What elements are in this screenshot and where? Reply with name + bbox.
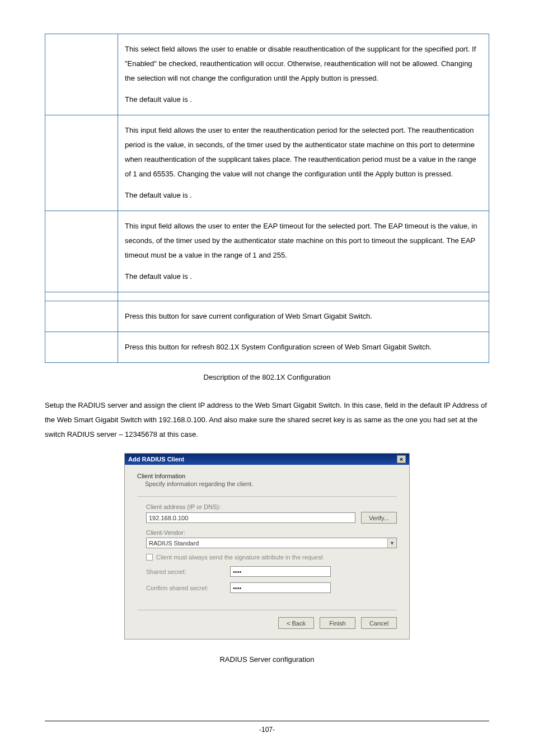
dialog-subheading: Specify information regarding the client… (145, 480, 397, 487)
dialog-heading: Client Information (137, 473, 397, 479)
page-number: -107- (259, 726, 275, 734)
desc-text: This input field allows the user to ente… (125, 123, 482, 181)
dialog-footer: < Back Finish Cancel (137, 610, 397, 629)
figure-caption: RADIUS Server configuration (45, 655, 489, 664)
signature-checkbox-row[interactable]: Client must always send the signature at… (146, 554, 397, 561)
row-label (45, 34, 118, 115)
config-table: This select field allows the user to ena… (45, 34, 489, 363)
close-icon[interactable]: × (397, 455, 406, 463)
dialog-titlebar: Add RADIUS Client × (125, 454, 409, 465)
row-label (45, 332, 118, 363)
checkbox-label: Client must always send the signature at… (156, 554, 323, 561)
cancel-button[interactable]: Cancel (361, 617, 397, 629)
row-desc: Press this button for save current confi… (118, 301, 489, 332)
row-label (45, 211, 118, 292)
client-vendor-label: Client-Vendor: (146, 529, 397, 536)
dialog-title-text: Add RADIUS Client (128, 456, 184, 463)
row-desc: This select field allows the user to ena… (118, 34, 489, 115)
row-desc: This input field allows the user to ente… (118, 211, 489, 292)
checkbox-icon[interactable] (146, 554, 153, 561)
finish-button[interactable]: Finish (320, 617, 355, 629)
table-caption: Description of the 802.1X Configuration (45, 373, 489, 381)
spacer-cell (118, 292, 489, 301)
confirm-secret-input[interactable] (230, 582, 331, 593)
add-radius-client-dialog: Add RADIUS Client × Client Information S… (124, 453, 410, 640)
verify-button[interactable]: Verify... (361, 512, 397, 524)
client-address-input[interactable] (146, 512, 355, 523)
default-text: The default value is . (125, 269, 482, 284)
row-label (45, 115, 118, 211)
row-desc: Press this button for refresh 802.1X Sys… (118, 332, 489, 363)
chevron-down-icon: ▼ (387, 538, 396, 548)
spacer-cell (45, 292, 118, 301)
client-vendor-value: RADIUS Standard (147, 540, 387, 547)
shared-secret-label: Shared secret: (146, 568, 230, 575)
shared-secret-input[interactable] (230, 566, 331, 577)
back-button[interactable]: < Back (278, 617, 314, 629)
page-footer: -107- (45, 721, 489, 734)
row-label (45, 301, 118, 332)
body-paragraph: Setup the RADIUS server and assign the c… (45, 398, 489, 442)
default-text: The default value is . (125, 92, 482, 107)
desc-text: This input field allows the user to ente… (125, 219, 482, 263)
client-vendor-select[interactable]: RADIUS Standard ▼ (146, 538, 397, 548)
desc-text: This select field allows the user to ena… (125, 42, 482, 86)
confirm-secret-label: Confirm shared secret: (146, 585, 230, 591)
divider (137, 496, 397, 497)
row-desc: This input field allows the user to ente… (118, 115, 489, 211)
default-text: The default value is . (125, 188, 482, 203)
client-address-label: Client address (IP or DNS): (146, 503, 397, 510)
